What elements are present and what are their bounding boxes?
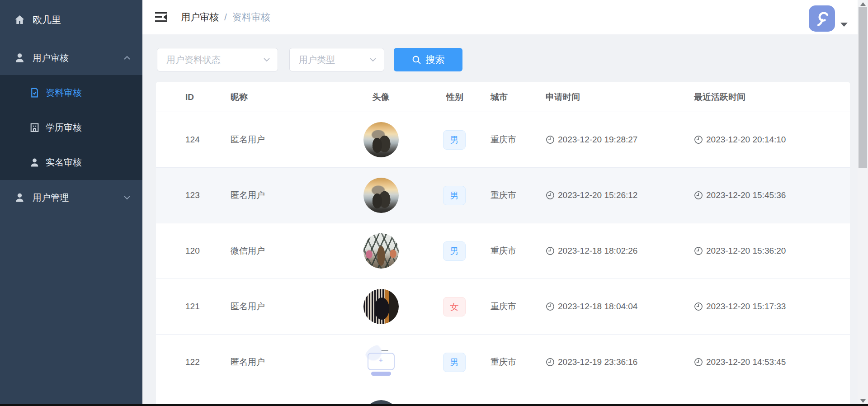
cell-active-time: 2023-12-20 15:17:33 <box>694 302 850 312</box>
cell-nickname: 匿名用户 <box>231 134 335 146</box>
active-time-value: 2023-12-20 14:53:45 <box>706 357 786 367</box>
search-button-label: 搜索 <box>426 53 445 66</box>
table-row: 124 匿名用户 男 重庆市 2023-12-20 19:28:27 2023-… <box>156 112 850 168</box>
user-avatar-image <box>363 233 399 269</box>
topbar: 用户审核 / 资料审核 <box>142 0 858 34</box>
clock-icon <box>694 302 703 311</box>
column-header-id: ID <box>156 92 231 102</box>
cell-active-time: 2023-12-20 14:53:45 <box>694 357 850 367</box>
gender-tag: 男 <box>443 241 466 261</box>
audit-table: ID 昵称 头像 性别 城市 申请时间 最近活跃时间 124 匿名用户 男 重庆… <box>156 82 850 406</box>
sidebar-item-profile-audit[interactable]: 资料审核 <box>0 75 142 110</box>
cell-id: 120 <box>156 246 231 256</box>
caret-down-icon[interactable] <box>840 23 848 27</box>
breadcrumb-item-user-audit[interactable]: 用户审核 <box>181 11 219 24</box>
collapse-sidebar-icon[interactable] <box>155 12 168 23</box>
user-avatar-image <box>363 289 399 324</box>
clock-icon <box>694 246 703 255</box>
cell-gender: 男 <box>427 353 491 372</box>
vertical-scrollbar[interactable] <box>858 0 868 406</box>
clock-icon <box>694 358 703 367</box>
cell-id: 124 <box>156 135 231 145</box>
user-avatar[interactable] <box>809 5 835 32</box>
user-avatar-image <box>363 345 399 380</box>
logo-swirl-icon <box>812 9 832 28</box>
table-header: ID 昵称 头像 性别 城市 申请时间 最近活跃时间 <box>156 82 850 112</box>
cell-gender: 男 <box>427 130 491 150</box>
active-time-value: 2023-12-20 15:17:33 <box>706 302 786 312</box>
breadcrumb-item-profile-audit: 资料审核 <box>232 11 270 24</box>
cell-city: 重庆市 <box>491 134 546 146</box>
user-avatar-image <box>363 178 399 213</box>
search-button[interactable]: 搜索 <box>394 48 462 71</box>
chevron-down-icon <box>263 57 270 62</box>
cell-apply-time: 2023-12-19 23:36:16 <box>546 357 694 367</box>
user-avatar-image <box>363 122 399 157</box>
home-icon <box>14 14 26 26</box>
cell-city: 重庆市 <box>491 189 546 201</box>
sidebar-item-label: 用户管理 <box>33 192 69 204</box>
search-icon <box>412 55 421 65</box>
cell-active-time: 2023-12-20 15:45:36 <box>694 190 850 200</box>
cell-avatar <box>335 345 427 380</box>
gender-tag: 男 <box>443 353 466 372</box>
scrollbar-thumb[interactable] <box>859 7 867 168</box>
user-type-select[interactable]: 用户类型 <box>289 48 384 71</box>
active-time-value: 2023-12-20 15:45:36 <box>706 190 786 200</box>
cell-nickname: 匿名用户 <box>231 301 335 312</box>
cell-id: 121 <box>156 302 231 312</box>
cell-nickname: 匿名用户 <box>231 356 335 368</box>
column-header-avatar: 头像 <box>335 91 427 103</box>
scrollbar-down-button[interactable] <box>858 397 868 405</box>
triangle-up-icon <box>860 2 866 6</box>
brand-title: 欧几里 <box>33 14 61 26</box>
column-header-active-time: 最近活跃时间 <box>694 91 850 103</box>
breadcrumb-separator: / <box>224 12 227 23</box>
triangle-down-icon <box>860 399 866 403</box>
sidebar-item-label: 资料审核 <box>46 86 82 99</box>
table-row: 121 匿名用户 女 重庆市 2023-12-18 18:04:04 2023-… <box>156 279 850 335</box>
clock-icon <box>546 358 555 367</box>
cell-city: 重庆市 <box>491 245 546 257</box>
cell-gender: 男 <box>427 186 491 205</box>
cell-apply-time: 2023-12-20 15:26:12 <box>546 190 694 200</box>
table-row <box>156 390 850 406</box>
sidebar-submenu: 资料审核 学历审核 实名审核 <box>0 75 142 180</box>
profile-status-select[interactable]: 用户资料状态 <box>157 48 278 71</box>
cell-avatar <box>335 233 427 269</box>
cell-gender: 女 <box>427 297 491 316</box>
cell-active-time: 2023-12-20 15:36:20 <box>694 246 850 256</box>
table-row: 122 匿名用户 男 重庆市 2023-12-19 23:36:16 2023-… <box>156 335 850 390</box>
sidebar-item-label: 学历审核 <box>46 121 82 133</box>
cell-id: 123 <box>156 190 231 200</box>
active-time-value: 2023-12-20 20:14:10 <box>706 135 786 145</box>
document-check-icon <box>29 87 40 98</box>
sidebar-item-label: 用户审核 <box>33 52 69 64</box>
sidebar-item-label: 实名审核 <box>46 156 82 168</box>
cell-id: 122 <box>156 357 231 367</box>
cell-avatar <box>335 289 427 324</box>
cell-apply-time: 2023-12-18 18:02:26 <box>546 246 694 256</box>
profile-status-placeholder: 用户资料状态 <box>166 54 221 66</box>
user-type-placeholder: 用户类型 <box>299 54 335 66</box>
breadcrumb: 用户审核 / 资料审核 <box>181 0 270 34</box>
column-header-apply-time: 申请时间 <box>546 91 694 103</box>
sidebar-item-user-audit[interactable]: 用户审核 <box>0 45 142 71</box>
clock-icon <box>546 302 555 311</box>
table-body: 124 匿名用户 男 重庆市 2023-12-20 19:28:27 2023-… <box>156 112 850 406</box>
gender-tag: 女 <box>443 297 466 316</box>
clock-icon <box>546 135 555 144</box>
sidebar-item-realname-audit[interactable]: 实名审核 <box>0 145 142 179</box>
sidebar-item-user-manage[interactable]: 用户管理 <box>0 185 142 210</box>
realname-person-icon <box>29 156 40 168</box>
active-time-value: 2023-12-20 15:36:20 <box>706 246 786 256</box>
column-header-city: 城市 <box>491 91 546 103</box>
chevron-down-icon <box>123 195 131 200</box>
chevron-down-icon <box>369 57 377 62</box>
gender-tag: 男 <box>443 186 466 205</box>
cell-nickname: 微信用户 <box>231 245 335 257</box>
table-row: 120 微信用户 男 重庆市 2023-12-18 18:02:26 2023-… <box>156 223 850 279</box>
sidebar-item-education-audit[interactable]: 学历审核 <box>0 110 142 145</box>
window-bottom-edge <box>0 404 868 406</box>
cell-avatar <box>335 122 427 157</box>
